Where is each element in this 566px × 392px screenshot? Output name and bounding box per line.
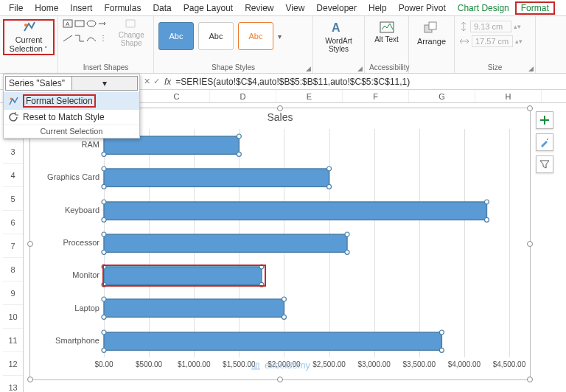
row-10[interactable]: 10 [3,305,23,329]
col-f[interactable]: F [343,90,409,102]
row-13[interactable]: 13 [3,376,23,392]
wordart-icon: A [330,21,348,35]
tab-view[interactable]: View [280,1,311,15]
svg-point-19 [102,185,106,189]
shapes-gallery[interactable]: A ⋮ [63,18,112,47]
col-i[interactable]: I [542,90,566,102]
svg-text:A: A [332,21,340,34]
tab-page-layout[interactable]: Page Layout [178,1,239,15]
svg-point-44 [102,348,106,352]
row-6[interactable]: 6 [3,211,23,234]
category-label: RAM [33,140,99,149]
chart-object[interactable]: Sales $0.00$500.00$1,000.00$1,500.00$2,0… [29,108,531,380]
plot-area[interactable]: $0.00$500.00$1,000.00$1,500.00$2,000.00$… [104,129,509,357]
row-7[interactable]: 7 [3,234,23,258]
svg-point-28 [345,232,349,237]
tab-power-pivot[interactable]: Power Pivot [393,1,452,15]
textbox-icon: A [63,19,73,28]
elbow-icon [74,34,85,43]
rect-icon [74,19,85,28]
width-icon [459,37,469,46]
plus-icon [539,115,550,125]
tab-review[interactable]: Review [239,1,279,15]
col-d[interactable]: D [210,90,276,102]
gridline [509,129,510,357]
chart-filters-button[interactable] [536,155,553,173]
svg-rect-16 [104,169,329,186]
chevron-down-icon[interactable]: ▾ [71,77,138,90]
arrow-icon [98,19,108,28]
data-bar[interactable] [102,297,286,319]
col-e[interactable]: E [276,90,343,102]
formula-input[interactable]: =SERIES(auto!$C$4,auto!$B$5:$B$11,auto!$… [175,77,410,87]
col-c[interactable]: C [144,90,210,102]
tab-format[interactable]: Format [515,1,555,15]
format-selection-item[interactable]: Format Selection [4,92,139,110]
width-field: 17.57 cm▴▾ [459,35,531,47]
gallery-more-icon[interactable]: ▾ [278,32,282,41]
row-3[interactable]: 3 [3,140,23,164]
cancel-icon[interactable]: ✕ [144,77,150,86]
shape-styles-dialog-icon[interactable]: ◢ [306,65,311,72]
enter-icon[interactable]: ✓ [153,77,160,86]
group-accessibility: Accessibility [369,62,404,71]
arrange-button[interactable]: Arrange [413,18,450,46]
row-8[interactable]: 8 [3,258,23,281]
row-9[interactable]: 9 [3,281,23,305]
reset-to-match-style-item[interactable]: Reset to Match Style [4,110,139,125]
wordart-dialog-icon[interactable]: ◢ [357,65,363,72]
chart-elements-button[interactable] [536,111,553,129]
svg-point-27 [102,232,106,237]
style-preset-2[interactable]: Abc [198,22,234,50]
chart-element-combo[interactable]: Series "Sales"▾ [5,76,138,91]
row-5[interactable]: 5 [3,187,23,211]
size-dialog-icon[interactable]: ◢ [528,65,534,72]
tab-chart-design[interactable]: Chart Design [452,1,515,15]
more-icon: ⋮ [98,34,108,43]
style-preset-3[interactable]: Abc [238,22,273,50]
svg-point-40 [282,315,286,320]
current-selection-button[interactable]: Current Selection [3,19,55,55]
shape-styles-gallery[interactable]: Abc Abc Abc ▾ [158,18,308,50]
current-selection-panel: Series "Sales"▾ Format Selection Reset t… [3,74,140,139]
tab-data[interactable]: Data [147,1,177,15]
gridline [419,129,420,357]
tab-insert[interactable]: Insert [64,1,98,15]
row-4[interactable]: 4 [3,164,23,187]
watermark-icon [250,360,262,371]
row-12[interactable]: 12 [3,352,23,376]
wordart-styles-button[interactable]: A WordArt Styles [318,18,360,53]
svg-point-15 [237,152,241,156]
tab-file[interactable]: File [3,1,29,15]
svg-point-45 [439,348,444,352]
tab-formulas[interactable]: Formulas [98,1,147,15]
line-icon [63,34,73,43]
col-h[interactable]: H [475,90,542,102]
category-label: Processor [33,238,99,247]
tab-developer[interactable]: Developer [310,1,363,15]
data-bar[interactable] [102,167,332,189]
alt-text-icon [379,21,395,34]
svg-text:A: A [66,21,70,27]
alt-text-button[interactable]: Alt Text [369,18,404,43]
change-shape-icon [124,18,139,31]
chart-styles-button[interactable] [536,133,553,151]
x-tick-label: $0.00 [94,360,113,368]
arrange-icon [423,21,441,35]
category-label: Graphics Card [33,172,99,181]
data-bar[interactable] [102,232,349,254]
style-preset-1[interactable]: Abc [158,22,194,50]
current-selection-label: Current Selection [10,35,49,54]
freeform-icon [86,34,97,43]
col-g[interactable]: G [409,90,475,102]
group-insert-shapes: Insert Shapes [63,62,149,71]
data-bar[interactable] [102,330,444,352]
fx-label[interactable]: fx [164,77,171,87]
data-bar[interactable] [102,200,489,222]
change-shape-button: Change Shape [113,18,149,47]
row-11[interactable]: 11 [3,329,23,352]
tab-help[interactable]: Help [363,1,393,15]
tab-home[interactable]: Home [29,1,64,15]
svg-rect-21 [104,202,486,220]
x-tick-label: $2,500.00 [312,360,346,368]
